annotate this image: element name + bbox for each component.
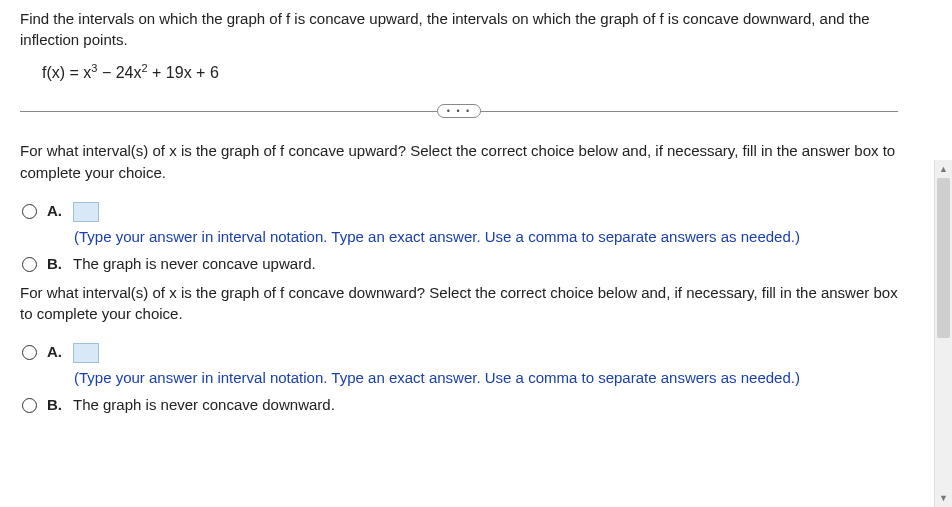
function-formula: f(x) = x3 − 24x2 + 19x + 6	[20, 64, 898, 82]
q2-option-b[interactable]: B. The graph is never concave downward.	[20, 396, 898, 413]
answer-input-box[interactable]	[73, 202, 99, 222]
radio-icon[interactable]	[22, 345, 37, 360]
expand-pill[interactable]: • • •	[437, 104, 481, 118]
answer-input-box[interactable]	[73, 343, 99, 363]
option-text: The graph is never concave upward.	[73, 255, 316, 272]
option-label: B.	[47, 396, 63, 413]
radio-icon[interactable]	[22, 257, 37, 272]
radio-icon[interactable]	[22, 398, 37, 413]
divider-line-left	[20, 111, 437, 112]
scroll-thumb[interactable]	[937, 178, 950, 338]
radio-icon[interactable]	[22, 204, 37, 219]
q1-option-b[interactable]: B. The graph is never concave upward.	[20, 255, 898, 272]
scroll-down-icon[interactable]: ▼	[935, 489, 952, 507]
q1-option-a-hint: (Type your answer in interval notation. …	[20, 228, 898, 245]
scroll-up-icon[interactable]: ▲	[935, 160, 952, 178]
option-label: A.	[47, 202, 63, 219]
q2-option-a-hint: (Type your answer in interval notation. …	[20, 369, 898, 386]
q2-option-a[interactable]: A.	[20, 343, 898, 363]
question-2-text: For what interval(s) of x is the graph o…	[20, 282, 898, 326]
divider-line-right	[481, 111, 898, 112]
question-panel: Find the intervals on which the graph of…	[0, 0, 918, 507]
q1-option-a[interactable]: A.	[20, 202, 898, 222]
option-label: A.	[47, 343, 63, 360]
section-divider: • • •	[20, 104, 898, 118]
problem-intro: Find the intervals on which the graph of…	[20, 8, 898, 50]
vertical-scrollbar[interactable]: ▲ ▼	[934, 160, 952, 507]
option-label: B.	[47, 255, 63, 272]
question-1-text: For what interval(s) of x is the graph o…	[20, 140, 898, 184]
option-text: The graph is never concave downward.	[73, 396, 335, 413]
